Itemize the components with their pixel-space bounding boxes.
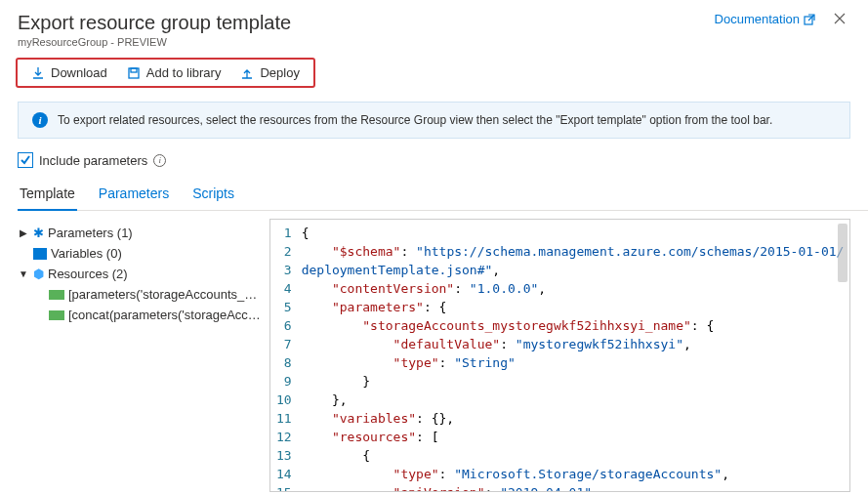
deploy-button[interactable]: Deploy bbox=[230, 62, 309, 84]
page-title: Export resource group template bbox=[18, 12, 291, 34]
tree-label-res0: [parameters('storageAccounts_… bbox=[68, 287, 257, 302]
outline-tree: ▶ ✱ Parameters (1) Variables (0) ▼ ⬢ Res… bbox=[18, 219, 269, 492]
include-parameters-label: Include parameters bbox=[39, 153, 147, 168]
download-button[interactable]: Download bbox=[21, 62, 117, 84]
info-icon: i bbox=[32, 112, 48, 128]
storage-icon bbox=[49, 310, 64, 320]
tab-scripts[interactable]: Scripts bbox=[190, 180, 236, 211]
include-parameters-checkbox[interactable] bbox=[18, 152, 33, 168]
page-subtitle: myResourceGroup - PREVIEW bbox=[18, 36, 291, 48]
gear-icon: ✱ bbox=[33, 226, 44, 240]
tree-label-variables: Variables (0) bbox=[51, 246, 122, 261]
tab-parameters[interactable]: Parameters bbox=[97, 180, 171, 211]
tree-children-resources: [parameters('storageAccounts_… [concat(p… bbox=[18, 284, 269, 325]
code-editor[interactable]: 1 2 3 4 5 6 7 8 9 10 11 12 13 14 15 { "$… bbox=[269, 219, 850, 492]
svg-rect-2 bbox=[131, 68, 137, 72]
external-link-icon bbox=[804, 14, 815, 25]
header: Export resource group template myResourc… bbox=[0, 0, 868, 52]
caret-down-icon: ▼ bbox=[18, 268, 29, 279]
caret-right-icon: ▶ bbox=[18, 227, 29, 238]
vertical-scrollbar[interactable] bbox=[838, 224, 847, 282]
deploy-label: Deploy bbox=[260, 65, 299, 80]
info-text: To export related resources, select the … bbox=[58, 113, 772, 127]
storage-icon bbox=[49, 290, 64, 300]
tree-node-parameters[interactable]: ▶ ✱ Parameters (1) bbox=[18, 223, 269, 243]
include-parameters-row: Include parameters i bbox=[18, 152, 868, 168]
checkmark-icon bbox=[20, 154, 31, 166]
toolbar-highlighted: Download Add to library Deploy bbox=[16, 58, 315, 88]
code-content[interactable]: { "$schema": "https://schema.management.… bbox=[302, 220, 849, 491]
tree-label-resources: Resources (2) bbox=[48, 267, 128, 281]
tree-node-variables[interactable]: Variables (0) bbox=[18, 243, 269, 264]
variables-icon bbox=[33, 248, 47, 260]
save-icon bbox=[127, 66, 141, 80]
download-icon bbox=[31, 66, 45, 80]
header-right: Documentation bbox=[715, 12, 850, 48]
cube-icon: ⬢ bbox=[33, 267, 44, 281]
deploy-icon bbox=[240, 66, 254, 80]
documentation-label: Documentation bbox=[715, 12, 800, 26]
content-area: ▶ ✱ Parameters (1) Variables (0) ▼ ⬢ Res… bbox=[18, 219, 868, 492]
tree-node-resource-0[interactable]: [parameters('storageAccounts_… bbox=[35, 284, 269, 305]
documentation-link[interactable]: Documentation bbox=[715, 12, 815, 26]
tabs: Template Parameters Scripts bbox=[18, 180, 868, 211]
close-button[interactable] bbox=[829, 12, 850, 29]
header-left: Export resource group template myResourc… bbox=[18, 12, 291, 48]
tree-node-resource-1[interactable]: [concat(parameters('storageAcc… bbox=[35, 305, 269, 325]
add-to-library-button[interactable]: Add to library bbox=[117, 62, 231, 84]
tree-node-resources[interactable]: ▼ ⬢ Resources (2) bbox=[18, 264, 269, 284]
tree-label-parameters: Parameters (1) bbox=[48, 226, 133, 240]
tree-label-res1: [concat(parameters('storageAcc… bbox=[68, 308, 261, 322]
tab-template[interactable]: Template bbox=[18, 180, 77, 211]
code-gutter: 1 2 3 4 5 6 7 8 9 10 11 12 13 14 15 bbox=[270, 220, 302, 491]
download-label: Download bbox=[51, 65, 107, 80]
info-banner: i To export related resources, select th… bbox=[18, 102, 850, 139]
help-icon[interactable]: i bbox=[153, 154, 166, 167]
close-icon bbox=[833, 12, 847, 25]
add-to-library-label: Add to library bbox=[146, 65, 222, 80]
